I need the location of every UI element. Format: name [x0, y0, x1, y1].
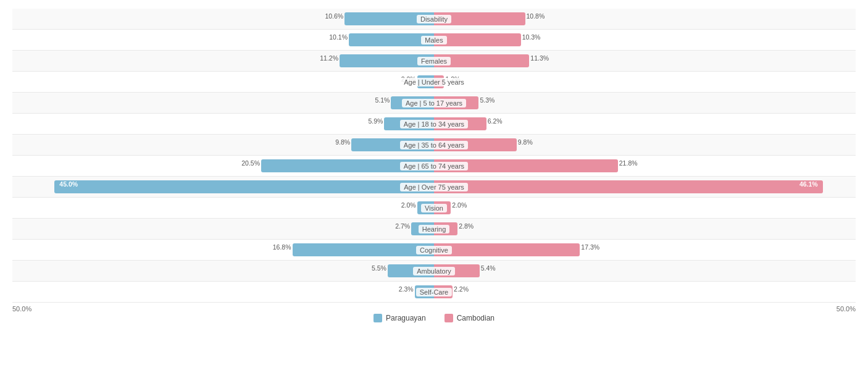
chart-area: 10.6%10.8%Disability10.1%10.3%Males11.2%… [12, 9, 856, 303]
bar-center: Age | 5 to 17 years [12, 93, 856, 113]
legend: Paraguayan Cambodian [12, 314, 856, 322]
bar-label: Hearing [419, 225, 450, 233]
bar-row: 5.5%5.4%Ambulatory [12, 261, 856, 282]
bar-center: Hearing [12, 219, 856, 239]
bar-center: Age | 65 to 74 years [12, 156, 856, 176]
bar-label: Vision [421, 204, 447, 212]
bar-row: 2.0%1.2%Age | Under 5 years [12, 72, 856, 93]
bar-row: 2.7%2.8%Hearing [12, 219, 856, 240]
legend-box-cambodian [444, 314, 453, 322]
bar-row: 11.2%11.3%Females [12, 51, 856, 72]
legend-cambodian: Cambodian [444, 314, 495, 322]
bar-label: Age | 18 to 34 years [400, 120, 468, 128]
legend-label-cambodian: Cambodian [457, 314, 495, 322]
legend-paraguayan: Paraguayan [373, 314, 426, 322]
bar-label: Cognitive [416, 246, 452, 254]
bar-label: Age | 35 to 64 years [400, 141, 468, 149]
bar-center: Vision [12, 198, 856, 218]
bar-label: Disability [417, 15, 451, 23]
bar-label: Ambulatory [413, 267, 455, 275]
bar-center: Age | Over 75 years [12, 177, 856, 197]
bar-label: Females [417, 57, 451, 65]
bar-center: Age | 35 to 64 years [12, 135, 856, 155]
bar-label: Males [421, 36, 446, 44]
bar-label: Age | Over 75 years [400, 183, 468, 191]
bar-center: Age | 18 to 34 years [12, 114, 856, 134]
bar-row: 10.1%10.3%Males [12, 30, 856, 51]
value-inside-left: 45.0% [59, 180, 78, 188]
chart-container: 10.6%10.8%Disability10.1%10.3%Males11.2%… [0, 0, 868, 378]
bar-label: Age | Under 5 years [400, 78, 468, 86]
bar-center: Cognitive [12, 240, 856, 260]
legend-label-paraguayan: Paraguayan [386, 314, 426, 322]
bar-center: Ambulatory [12, 261, 856, 281]
bar-row: 5.9%6.2%Age | 18 to 34 years [12, 114, 856, 135]
bar-label: Age | 5 to 17 years [402, 99, 466, 107]
bar-row: 9.8%9.8%Age | 35 to 64 years [12, 135, 856, 156]
bar-label: Age | 65 to 74 years [400, 162, 468, 170]
bar-row: 2.3%2.2%Self-Care [12, 282, 856, 303]
bar-center: Age | Under 5 years [12, 72, 856, 92]
bar-center: Disability [12, 9, 856, 29]
bar-row: 16.8%17.3%Cognitive [12, 240, 856, 261]
bar-row: 5.1%5.3%Age | 5 to 17 years [12, 93, 856, 114]
value-inside-right: 46.1% [799, 180, 818, 188]
x-axis: 50.0% 50.0% [12, 305, 856, 313]
x-axis-left: 50.0% [12, 305, 31, 313]
bar-label: Self-Care [416, 288, 452, 296]
bar-row: 45.0%46.1%Age | Over 75 years [12, 177, 856, 198]
bar-center: Females [12, 51, 856, 71]
bar-center: Males [12, 30, 856, 50]
x-axis-right: 50.0% [837, 305, 856, 313]
bar-row: 20.5%21.8%Age | 65 to 74 years [12, 156, 856, 177]
legend-box-paraguayan [373, 314, 382, 322]
bar-row: 10.6%10.8%Disability [12, 9, 856, 30]
bar-center: Self-Care [12, 282, 856, 302]
bar-row: 2.0%2.0%Vision [12, 198, 856, 219]
